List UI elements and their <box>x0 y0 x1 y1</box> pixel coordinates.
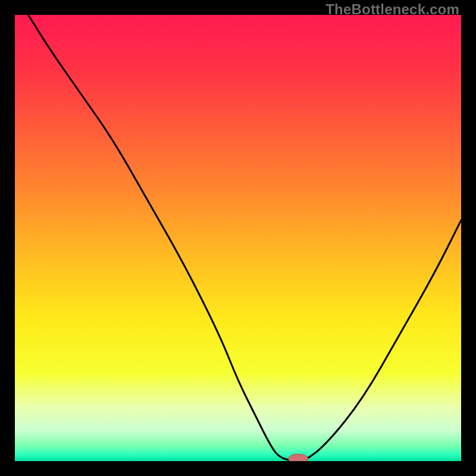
plot-area <box>15 15 461 461</box>
gradient-background <box>15 15 461 461</box>
bottleneck-chart <box>15 15 461 461</box>
watermark-text: TheBottleneck.com <box>325 1 459 18</box>
chart-frame: TheBottleneck.com <box>0 0 476 476</box>
